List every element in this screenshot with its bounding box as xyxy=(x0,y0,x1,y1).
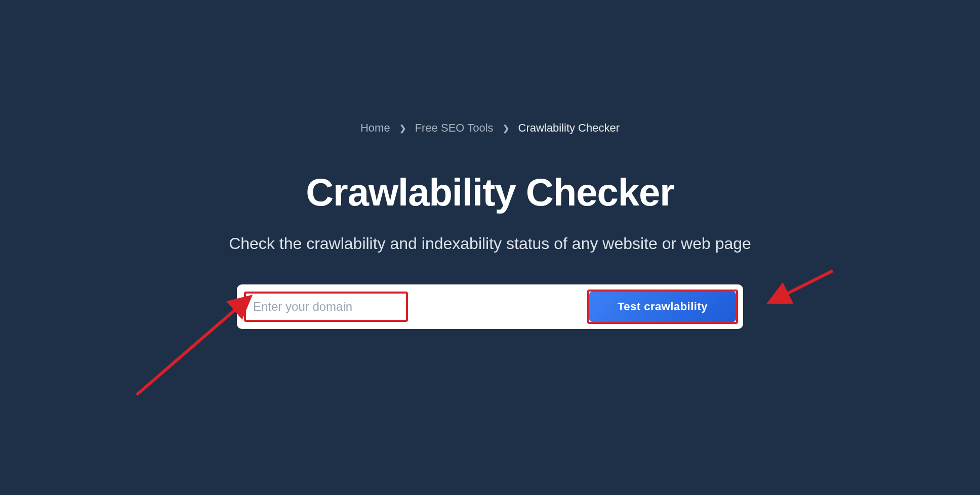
chevron-right-icon: ❯ xyxy=(503,123,509,133)
input-highlight-box xyxy=(244,292,408,322)
page-title: Crawlability Checker xyxy=(306,170,674,214)
page-subtitle: Check the crawlability and indexability … xyxy=(229,234,751,253)
domain-input[interactable] xyxy=(250,296,402,318)
breadcrumb: Home ❯ Free SEO Tools ❯ Crawlability Che… xyxy=(360,121,620,135)
main-container: Home ❯ Free SEO Tools ❯ Crawlability Che… xyxy=(0,0,980,329)
breadcrumb-free-seo-tools[interactable]: Free SEO Tools xyxy=(415,121,494,135)
chevron-right-icon: ❯ xyxy=(399,123,406,133)
breadcrumb-current: Crawlability Checker xyxy=(518,121,620,135)
test-crawlability-button[interactable]: Test crawlability xyxy=(589,292,736,322)
button-highlight-box: Test crawlability xyxy=(587,290,738,324)
search-panel: Test crawlability xyxy=(237,284,743,329)
breadcrumb-home[interactable]: Home xyxy=(360,121,390,135)
